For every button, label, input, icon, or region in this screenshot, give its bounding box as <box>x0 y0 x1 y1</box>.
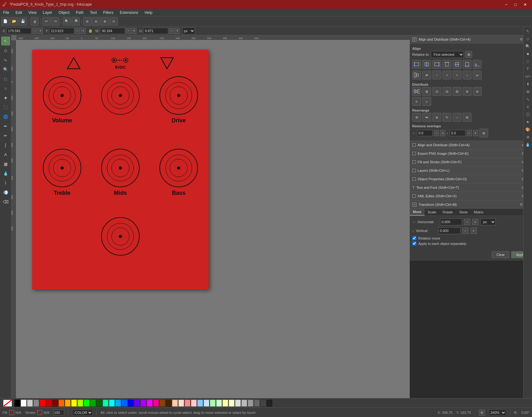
calligraphy-tool[interactable]: ∫ <box>1 141 10 149</box>
text-tool[interactable]: A <box>1 150 10 159</box>
palette-color-10[interactable] <box>78 400 83 407</box>
text-font-header[interactable]: T Text and Font (Shift+Ctrl+T) ⧉ ▲ <box>410 183 532 192</box>
rearr-exchange-button[interactable]: ⇆ <box>422 113 431 122</box>
palette-color-22[interactable] <box>153 400 159 407</box>
y-inc-button[interactable]: + <box>81 28 86 34</box>
palette-color-11[interactable] <box>84 400 90 407</box>
x-inc-button[interactable]: + <box>38 28 43 34</box>
palette-color-9[interactable] <box>71 400 77 407</box>
palette-color-6[interactable] <box>52 400 58 407</box>
align-exchange-button[interactable]: ⇄ <box>422 71 431 79</box>
connector-tool[interactable]: ⤵ <box>1 178 10 187</box>
palette-color-0[interactable] <box>14 400 20 407</box>
xml-editor-header[interactable]: XML Editor (Shift+Ctrl+X) ⧉ ▲ <box>410 192 532 200</box>
tab-rotate[interactable]: Rotate <box>439 209 456 216</box>
spiral-tool[interactable]: 🌀 <box>1 112 10 121</box>
palette-color-40[interactable] <box>267 400 272 407</box>
dist-top-edges-button[interactable]: ⊞ <box>453 87 461 96</box>
menu-help[interactable]: Help <box>142 10 156 15</box>
palette-color-13[interactable] <box>96 400 102 407</box>
align-textbaseline-button[interactable]: b <box>473 60 482 69</box>
palette-color-20[interactable] <box>141 400 146 407</box>
palette-color-28[interactable] <box>191 400 197 407</box>
palette-color-5[interactable] <box>46 400 52 407</box>
menu-object[interactable]: Object <box>55 10 73 15</box>
palette-color-29[interactable] <box>197 400 203 407</box>
dist-baseline-button[interactable]: ≈ <box>422 97 431 106</box>
fr-layers-btn[interactable]: ≡ <box>524 103 531 110</box>
x-input[interactable] <box>6 28 32 34</box>
palette-color-8[interactable] <box>65 400 71 407</box>
fr-swatch-btn[interactable]: 🎨 <box>524 126 531 133</box>
fr-fill-btn[interactable]: ■ <box>524 50 531 57</box>
layers-header[interactable]: Layers (Shift+Ctrl+L) ⧉ ▲ <box>410 166 532 175</box>
palette-color-21[interactable] <box>147 400 153 407</box>
tweak-tool[interactable]: ∿ <box>1 55 10 64</box>
h-dec-button[interactable]: − <box>169 28 174 34</box>
rearr-grid-button[interactable]: ⊞ <box>463 113 471 122</box>
rearr-rotate-button[interactable]: ↻ <box>442 113 451 122</box>
zoom-tool[interactable]: 🔍 <box>1 65 10 74</box>
palette-color-34[interactable] <box>229 400 234 407</box>
fr-align-btn[interactable]: ⊞ <box>524 88 531 95</box>
select-tool[interactable]: ↖ <box>1 37 10 45</box>
y-input[interactable] <box>49 28 74 34</box>
fill-stroke-header[interactable]: Fill and Stroke (Shift+Ctrl+F) ⧉ ▲ <box>410 158 532 166</box>
align-bottom-edge-button[interactable] <box>463 60 471 69</box>
fr-export-btn[interactable]: ⬇ <box>524 81 531 88</box>
palette-color-16[interactable] <box>115 400 121 407</box>
palette-color-26[interactable] <box>178 400 184 407</box>
fr-objprop-btn[interactable]: ⓘ <box>524 111 531 118</box>
palette-color-36[interactable] <box>241 400 247 407</box>
tab-move[interactable]: Move <box>410 209 425 216</box>
zoom-fit-button[interactable]: ⊞ <box>479 409 485 416</box>
palette-color-14[interactable] <box>103 400 108 407</box>
palette-color-25[interactable] <box>172 400 178 407</box>
palette-color-19[interactable] <box>134 400 140 407</box>
relative-move-checkbox[interactable] <box>412 236 416 240</box>
align-br-button[interactable]: ⊡ <box>110 17 118 26</box>
no-color-button[interactable] <box>3 400 12 407</box>
h-unit-select[interactable]: px mm <box>480 218 496 225</box>
node-tool[interactable]: ◇ <box>1 46 10 55</box>
overlap-y-inc-button[interactable]: + <box>473 130 478 136</box>
align-dist-header[interactable]: Align and Distribute (Shift+Ctrl+A) ⧉ ▲ <box>410 141 532 149</box>
fr-text-btn[interactable]: T <box>524 66 531 72</box>
dist-centers-v-button[interactable]: ⊕ <box>463 87 471 96</box>
open-button[interactable]: 📂 <box>10 17 18 26</box>
palette-color-27[interactable] <box>185 400 190 407</box>
align-exchange3-button[interactable]: ⤢ <box>442 71 451 79</box>
palette-color-3[interactable] <box>33 400 39 407</box>
gradient-tool[interactable]: ▦ <box>1 159 10 168</box>
dist-bottom-edges-button[interactable]: ⊗ <box>473 87 482 96</box>
dist-right-edges-button[interactable]: ⊡ <box>432 87 441 96</box>
overlap-x-input[interactable] <box>417 130 433 136</box>
fr-zoom-btn[interactable]: 🔍 <box>524 43 531 50</box>
palette-color-7[interactable] <box>59 400 64 407</box>
vertical-input[interactable] <box>438 227 460 234</box>
palette-color-15[interactable] <box>109 400 115 407</box>
tab-matrix[interactable]: Matrix <box>471 209 487 216</box>
zoom-select[interactable]: 240% 100% 50% 200% <box>489 409 506 416</box>
dist-left-edges-button[interactable] <box>412 87 421 96</box>
zoom-out-button[interactable]: 🔎 <box>72 17 80 26</box>
unit-select[interactable]: px mm cm in <box>182 27 195 34</box>
align-center-h-button[interactable] <box>453 60 461 69</box>
fr-xml-btn[interactable]: </> <box>524 73 531 80</box>
pen-tool[interactable]: ✒ <box>1 122 10 130</box>
star-tool[interactable]: ★ <box>1 93 10 102</box>
overlap-x-inc-button[interactable]: + <box>440 130 445 136</box>
fr-colorpick-btn[interactable]: 💧 <box>524 141 531 148</box>
menu-text[interactable]: Text <box>87 10 100 15</box>
horizontal-input[interactable] <box>440 218 462 225</box>
palette-color-39[interactable] <box>260 400 266 407</box>
pencil-tool[interactable]: ✏ <box>1 131 10 140</box>
menu-file[interactable]: File <box>0 10 12 15</box>
align-exchange5-button[interactable]: ↔ <box>463 71 471 79</box>
menu-extensions[interactable]: Extensions <box>117 10 142 15</box>
menu-filters[interactable]: Filters <box>100 10 117 15</box>
h-input[interactable] <box>143 28 168 34</box>
save-button[interactable]: 💾 <box>19 17 27 26</box>
align-top-edge-button[interactable] <box>442 60 451 69</box>
palette-color-1[interactable] <box>21 400 26 407</box>
